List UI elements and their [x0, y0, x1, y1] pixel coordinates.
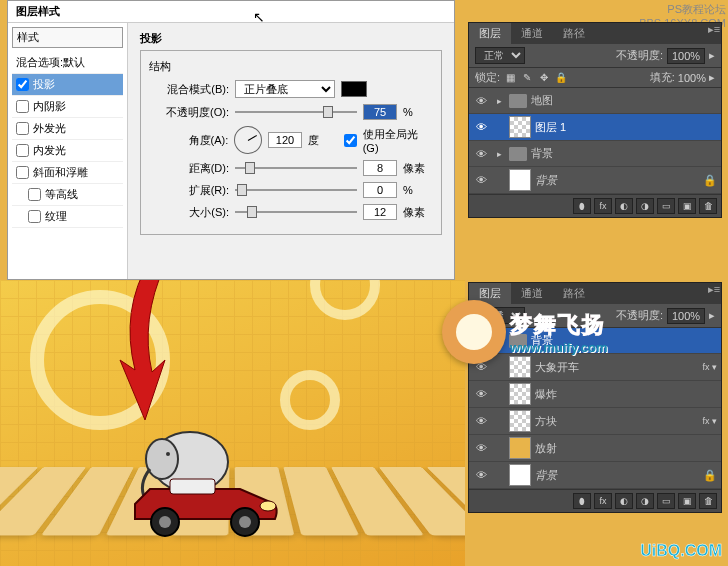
layer-name: 背景	[531, 146, 717, 161]
style-item[interactable]: 内阴影	[12, 96, 123, 118]
angle-value[interactable]: 120	[268, 132, 302, 148]
layer-row[interactable]: 👁大象开车fx ▾	[469, 354, 721, 381]
spread-value[interactable]: 0	[363, 182, 397, 198]
size-label: 大小(S):	[149, 205, 229, 220]
opacity-value[interactable]: 100%	[667, 48, 705, 64]
dropdown-icon[interactable]: ▸	[709, 49, 715, 62]
adjustment-icon[interactable]: ◑	[636, 198, 654, 214]
tab-layers[interactable]: 图层	[469, 23, 511, 44]
style-checkbox[interactable]	[16, 78, 29, 91]
blend-mode-select[interactable]: 正片叠底	[235, 80, 335, 98]
folder-icon[interactable]: ▭	[657, 198, 675, 214]
tab-channels[interactable]: 通道	[511, 23, 553, 44]
distance-slider[interactable]	[235, 167, 357, 169]
layer-row[interactable]: 👁▸背景	[469, 141, 721, 167]
folder-icon	[509, 94, 527, 108]
fx-badge[interactable]: fx ▾	[702, 362, 717, 372]
angle-dial[interactable]	[234, 126, 262, 154]
lock-paint-icon[interactable]: ✎	[520, 71, 534, 85]
opacity-value[interactable]: 75	[363, 104, 397, 120]
layer-row[interactable]: 👁爆炸	[469, 381, 721, 408]
style-item[interactable]: 斜面和浮雕	[12, 162, 123, 184]
style-checkbox[interactable]	[28, 210, 41, 223]
style-item[interactable]: 混合选项:默认	[12, 52, 123, 74]
style-checkbox[interactable]	[28, 188, 41, 201]
link-icon[interactable]: ⬮	[573, 493, 591, 509]
opacity-slider[interactable]	[235, 111, 357, 113]
style-item[interactable]: 外发光	[12, 118, 123, 140]
trash-icon[interactable]: 🗑	[699, 493, 717, 509]
style-item[interactable]: 等高线	[12, 184, 123, 206]
layer-row[interactable]: 👁▸地图	[469, 88, 721, 114]
distance-value[interactable]: 8	[363, 160, 397, 176]
lock-all-icon[interactable]: 🔒	[554, 71, 568, 85]
style-item[interactable]: 内发光	[12, 140, 123, 162]
visibility-icon[interactable]: 👁	[473, 388, 489, 400]
fill-label: 填充:	[650, 70, 675, 85]
style-checkbox[interactable]	[16, 100, 29, 113]
expand-icon[interactable]: ▸	[493, 149, 505, 159]
style-item[interactable]: 投影	[12, 74, 123, 96]
visibility-icon[interactable]: 👁	[473, 469, 489, 481]
fx-icon[interactable]: fx	[594, 493, 612, 509]
global-light-checkbox[interactable]	[344, 134, 357, 147]
dropdown-icon[interactable]: ▸	[709, 71, 715, 84]
style-label: 外发光	[33, 121, 66, 136]
style-checkbox[interactable]	[16, 166, 29, 179]
layer-name: 图层 1	[535, 120, 717, 135]
trash-icon[interactable]: 🗑	[699, 198, 717, 214]
new-layer-icon[interactable]: ▣	[678, 198, 696, 214]
size-value[interactable]: 12	[363, 204, 397, 220]
panel-menu-icon[interactable]: ▸≡	[707, 283, 721, 304]
svg-point-2	[166, 452, 170, 456]
new-layer-icon[interactable]: ▣	[678, 493, 696, 509]
tab-paths[interactable]: 路径	[553, 283, 595, 304]
adjustment-icon[interactable]: ◑	[636, 493, 654, 509]
layer-row[interactable]: 👁背景🔒	[469, 462, 721, 489]
layer-style-dialog: 图层样式 ↖ 样式 混合选项:默认投影内阴影外发光内发光斜面和浮雕等高线纹理 投…	[7, 0, 455, 280]
visibility-icon[interactable]: 👁	[473, 121, 489, 133]
layer-row[interactable]: 👁背景🔒	[469, 167, 721, 194]
mask-icon[interactable]: ◐	[615, 493, 633, 509]
lock-position-icon[interactable]: ✥	[537, 71, 551, 85]
svg-point-1	[146, 439, 178, 479]
global-light-label: 使用全局光(G)	[363, 127, 433, 154]
visibility-icon[interactable]: 👁	[473, 148, 489, 160]
fill-value[interactable]: 100%	[678, 72, 706, 84]
visibility-icon[interactable]: 👁	[473, 174, 489, 186]
style-label: 投影	[33, 77, 55, 92]
link-icon[interactable]: ⬮	[573, 198, 591, 214]
tab-channels[interactable]: 通道	[511, 283, 553, 304]
spread-unit: %	[403, 184, 433, 196]
fx-icon[interactable]: fx	[594, 198, 612, 214]
spread-slider[interactable]	[235, 189, 357, 191]
tab-paths[interactable]: 路径	[553, 23, 595, 44]
style-item[interactable]: 纹理	[12, 206, 123, 228]
circle-decoration	[280, 370, 340, 430]
mask-icon[interactable]: ◐	[615, 198, 633, 214]
badge-icon	[442, 300, 506, 364]
panel2-tabs: 图层 通道 路径 ▸≡	[469, 283, 721, 304]
dropdown-icon[interactable]: ▸	[709, 309, 715, 322]
panel-menu-icon[interactable]: ▸≡	[707, 23, 721, 44]
layer-row[interactable]: 👁放射	[469, 435, 721, 462]
size-slider[interactable]	[235, 211, 357, 213]
visibility-icon[interactable]: 👁	[473, 95, 489, 107]
layer-row[interactable]: 👁图层 1	[469, 114, 721, 141]
layer-row[interactable]: 👁方块fx ▾	[469, 408, 721, 435]
fx-badge[interactable]: fx ▾	[702, 416, 717, 426]
svg-point-5	[159, 516, 171, 528]
distance-unit: 像素	[403, 161, 433, 176]
blend-mode-select[interactable]: 正常	[475, 47, 525, 64]
style-checkbox[interactable]	[16, 144, 29, 157]
layer-name: 背景	[535, 173, 699, 188]
style-checkbox[interactable]	[16, 122, 29, 135]
opacity-value[interactable]: 100%	[667, 308, 705, 324]
shadow-color-swatch[interactable]	[341, 81, 367, 97]
visibility-icon[interactable]: 👁	[473, 442, 489, 454]
red-arrow-icon	[110, 280, 190, 430]
lock-transparency-icon[interactable]: ▦	[503, 71, 517, 85]
visibility-icon[interactable]: 👁	[473, 415, 489, 427]
folder-icon[interactable]: ▭	[657, 493, 675, 509]
expand-icon[interactable]: ▸	[493, 96, 505, 106]
